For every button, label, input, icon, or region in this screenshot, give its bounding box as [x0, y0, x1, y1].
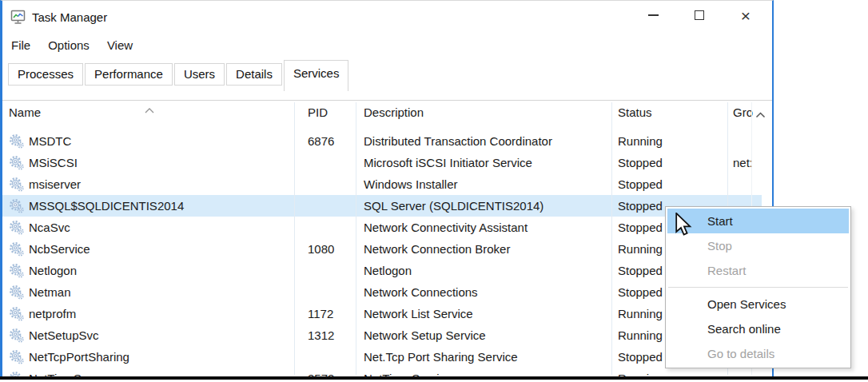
tab-services[interactable]: Services [284, 60, 349, 91]
column-header-name[interactable]: Name [9, 105, 41, 119]
service-group: net: [733, 152, 762, 173]
close-button[interactable]: × [723, 1, 769, 30]
tab-performance[interactable]: Performance [85, 63, 173, 86]
service-name: Netman [29, 281, 71, 303]
close-icon: × [741, 7, 751, 24]
table-row[interactable]: MSSQL$SQLDICENTIS2014SQL Server (SQLDICE… [2, 195, 762, 217]
sort-ascending-icon [145, 102, 154, 117]
service-status: Stopped [618, 195, 663, 217]
service-description: Net.Tcp Port Sharing Service [364, 346, 518, 368]
task-manager-window: Task Manager × FileOptionsView Processes… [0, 0, 774, 377]
title-bar: Task Manager × [2, 1, 772, 36]
service-description: Windows Installer [364, 173, 458, 195]
service-pid: 1172 [308, 303, 333, 324]
task-manager-app-icon [10, 10, 26, 25]
service-description: Network Connection Broker [364, 238, 510, 260]
context-menu-item-open-services[interactable]: Open Services [667, 292, 849, 316]
service-gear-icon [10, 156, 24, 170]
context-menu-item-go-to-details[interactable]: Go to details [667, 341, 849, 366]
menu-bar: FileOptionsView [2, 38, 141, 58]
service-status: Stopped [618, 173, 663, 195]
service-name: NcaSvc [29, 217, 70, 238]
table-row[interactable]: NcaSvcNetwork Connectivity AssistantStop… [2, 217, 762, 238]
service-description: Network List Service [364, 303, 473, 324]
service-name: Netlogon [29, 260, 77, 281]
maximize-icon [695, 10, 704, 20]
context-menu-item-start[interactable]: Start [667, 209, 849, 233]
column-header-group[interactable]: Gro [733, 105, 753, 119]
tab-processes[interactable]: Processes [8, 63, 83, 86]
service-status: Stopped [618, 281, 663, 303]
column-header-description[interactable]: Description [364, 105, 424, 119]
window-title: Task Manager [32, 10, 107, 24]
service-status: Stopped [618, 260, 663, 281]
service-status: Running [618, 238, 663, 260]
service-status: Stopped [618, 346, 663, 368]
content-divider [2, 100, 772, 101]
service-gear-icon [10, 285, 24, 300]
service-gear-icon [10, 264, 24, 278]
service-description: SQL Server (SQLDICENTIS2014) [364, 195, 543, 217]
table-row[interactable]: NetSetupSvc1312Network Setup ServiceRunn… [2, 324, 762, 346]
table-row[interactable]: NetlogonNetlogonStopped [2, 260, 762, 281]
service-name: MSSQL$SQLDICENTIS2014 [29, 195, 184, 217]
service-pid: 6876 [308, 130, 334, 152]
column-header-status[interactable]: Status [618, 105, 652, 119]
context-menu-item-stop[interactable]: Stop [667, 233, 849, 258]
service-gear-icon [10, 199, 24, 213]
column-header-pid[interactable]: PID [308, 105, 328, 119]
service-description: Network Connectivity Assistant [364, 217, 528, 238]
table-row[interactable]: MSiSCSIMicrosoft iSCSI Initiator Service… [2, 152, 762, 173]
tab-details[interactable]: Details [226, 63, 282, 86]
minimize-icon [648, 14, 659, 16]
service-pid: 1312 [308, 324, 334, 346]
service-status: Running [618, 130, 663, 152]
context-menu-item-search-online[interactable]: Search online [667, 316, 849, 341]
tab-users[interactable]: Users [174, 63, 225, 86]
context-menu-item-restart[interactable]: Restart [667, 258, 849, 283]
service-name: netprofm [29, 303, 76, 324]
service-group [733, 130, 762, 152]
service-name: MSiSCSI [29, 152, 78, 173]
service-gear-icon [10, 134, 24, 149]
service-status: Stopped [618, 217, 663, 238]
service-gear-icon [10, 177, 24, 192]
menu-separator [668, 287, 848, 288]
service-gear-icon [10, 350, 24, 364]
table-row[interactable]: NetmanNetwork ConnectionsStopped [2, 281, 762, 303]
service-name: NetSetupSvc [29, 324, 99, 346]
service-status: Running [618, 303, 663, 324]
menu-file[interactable]: File [11, 38, 30, 52]
minimize-button[interactable] [630, 1, 676, 30]
table-row[interactable]: NetTcpPortSharingNet.Tcp Port Sharing Se… [2, 346, 762, 368]
service-description: Network Connections [364, 281, 478, 303]
service-name: MSDTC [29, 130, 71, 152]
tab-strip: ProcessesPerformanceUsersDetailsServices [8, 60, 350, 94]
context-menu: StartStopRestartOpen ServicesSearch onli… [665, 206, 851, 368]
service-group [733, 173, 762, 195]
service-description: Distributed Transaction Coordinator [364, 130, 552, 152]
service-gear-icon [10, 328, 24, 343]
service-gear-icon [10, 221, 24, 235]
service-status: Stopped [618, 152, 663, 173]
service-name: NcbService [29, 238, 90, 260]
table-row[interactable]: NcbService1080Network Connection BrokerR… [2, 238, 762, 260]
table-row[interactable]: msiserverWindows InstallerStopped [2, 173, 762, 195]
service-description: Network Setup Service [364, 324, 486, 346]
service-description: Netlogon [364, 260, 412, 281]
menu-view[interactable]: View [107, 38, 133, 52]
service-status: Running [618, 324, 663, 346]
scrollbar-up-icon[interactable] [755, 107, 766, 121]
table-row[interactable]: MSDTC6876Distributed Transaction Coordin… [2, 130, 762, 152]
screenshot-crop-line [0, 376, 868, 380]
services-table: MSDTC6876Distributed Transaction Coordin… [2, 130, 762, 377]
service-gear-icon [10, 307, 24, 321]
service-description: Microsoft iSCSI Initiator Service [364, 152, 532, 173]
table-row[interactable]: netprofm1172Network List ServiceRunning [2, 303, 762, 324]
maximize-button[interactable] [676, 1, 723, 30]
menu-options[interactable]: Options [48, 38, 90, 52]
service-pid: 1080 [308, 238, 334, 260]
window-controls: × [630, 1, 769, 30]
service-name: NetTcpPortSharing [29, 346, 129, 368]
service-gear-icon [10, 242, 24, 257]
